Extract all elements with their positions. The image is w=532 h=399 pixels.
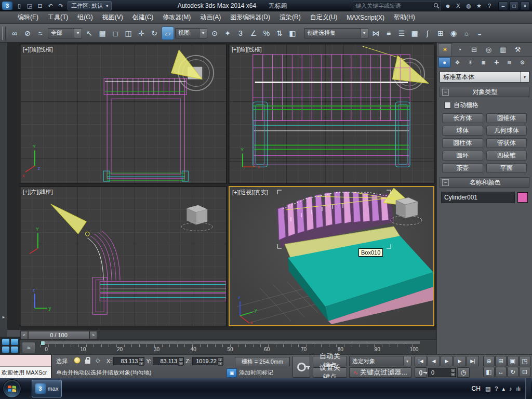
- previous-frame-nudge[interactable]: <: [20, 331, 28, 339]
- primitive-button[interactable]: 圆柱体: [442, 138, 483, 148]
- edit-named-selection-sets-icon[interactable]: ◧: [286, 26, 299, 40]
- time-tag-icon[interactable]: ▣: [227, 368, 237, 378]
- material-editor-icon[interactable]: ◉: [447, 26, 460, 40]
- use-pivot-point-center-icon[interactable]: ⊙: [208, 26, 221, 40]
- object-color-swatch[interactable]: [517, 192, 528, 203]
- reference-coordinate-dropdown[interactable]: 视图▾: [175, 28, 207, 38]
- render-setup-icon[interactable]: ☼: [460, 26, 473, 40]
- network-icon[interactable]: ılı: [516, 385, 521, 392]
- space-warps-category-icon[interactable]: ≋: [503, 57, 515, 68]
- toolbar-grip[interactable]: [2, 26, 6, 40]
- snaps-toggle-icon[interactable]: 3: [234, 26, 247, 40]
- search-icon[interactable]: [432, 2, 441, 9]
- viewport-left[interactable]: [+][左][线框] Y: [20, 186, 227, 326]
- sign-in-icon[interactable]: ☻: [443, 2, 453, 10]
- start-button[interactable]: [3, 379, 21, 398]
- menu-item[interactable]: 工具(T): [44, 11, 72, 23]
- next-frame-button[interactable]: ▶: [454, 356, 466, 366]
- save-file-icon[interactable]: ⊟: [35, 2, 45, 10]
- schematic-view-icon[interactable]: ⊞: [434, 26, 447, 40]
- object-type-rollout[interactable]: − 对象类型: [440, 87, 529, 97]
- create-tab-icon[interactable]: ✶: [438, 43, 452, 56]
- primitive-button[interactable]: 长方体: [442, 113, 483, 123]
- taskbar-3dsmax-button[interactable]: 3 max: [32, 380, 62, 397]
- primitive-button[interactable]: 管状体: [486, 138, 527, 148]
- viewport-front-label[interactable]: [+][前][线框]: [232, 46, 262, 54]
- mirror-icon[interactable]: ⋈: [369, 26, 382, 40]
- show-hidden-icons[interactable]: ▴: [502, 385, 505, 392]
- menu-item[interactable]: 创建(C): [128, 11, 158, 23]
- primitive-button[interactable]: 四棱锥: [486, 151, 527, 161]
- volume-icon[interactable]: ♪: [509, 385, 512, 392]
- new-scene-icon[interactable]: ▯: [15, 2, 24, 10]
- zoom-all-icon[interactable]: ⊞: [495, 356, 507, 366]
- spinner-snap-toggle-icon[interactable]: ⇅: [273, 26, 286, 40]
- menu-item[interactable]: 视图(V): [98, 11, 127, 23]
- viewport-perspective[interactable]: [+][透视][真实]: [229, 186, 434, 326]
- percent-snap-toggle-icon[interactable]: %: [260, 26, 273, 40]
- menu-item[interactable]: 动画(A): [196, 11, 225, 23]
- angle-snap-toggle-icon[interactable]: ∠: [247, 26, 260, 40]
- layer-manager-icon[interactable]: ☰: [395, 26, 408, 40]
- bind-to-space-warp-icon[interactable]: ≈: [34, 26, 47, 40]
- application-menu-button[interactable]: 3: [2, 2, 12, 10]
- time-configuration-button[interactable]: ◷: [457, 367, 470, 378]
- maximize-button[interactable]: □: [509, 2, 519, 10]
- go-to-start-button[interactable]: |◀: [415, 356, 427, 366]
- motion-tab-icon[interactable]: ◎: [482, 43, 496, 56]
- named-selection-sets-combo[interactable]: 创建选择集▾: [304, 28, 368, 38]
- lights-category-icon[interactable]: ☀: [464, 57, 476, 68]
- autogrid-checkbox[interactable]: [444, 102, 451, 109]
- zoom-region-icon[interactable]: ◧: [483, 367, 495, 377]
- graphite-ribbon-icon[interactable]: ▦: [408, 26, 421, 40]
- redo-icon[interactable]: ↷: [56, 2, 65, 10]
- helpers-category-icon[interactable]: ✚: [490, 57, 502, 68]
- unlink-selection-icon[interactable]: ⊘: [21, 26, 34, 40]
- help-icon[interactable]: ?: [485, 2, 494, 10]
- menu-item[interactable]: 编辑(E): [14, 11, 43, 23]
- favorites-icon[interactable]: ★: [474, 2, 484, 10]
- x-spinner[interactable]: ▴▾: [139, 357, 144, 365]
- x-coordinate-field[interactable]: 83.113 ▴▾: [113, 357, 144, 365]
- next-frame-nudge[interactable]: >: [89, 331, 97, 339]
- z-coordinate-field[interactable]: 1019.22 ▴▾: [192, 357, 223, 365]
- primitive-button[interactable]: 圆环: [442, 151, 483, 161]
- modify-tab-icon[interactable]: ◔: [453, 43, 467, 56]
- exchange-apps-icon[interactable]: X: [454, 2, 463, 10]
- primitive-category-dropdown[interactable]: 标准基本体 ▾: [440, 71, 529, 83]
- collapse-icon[interactable]: −: [442, 179, 449, 186]
- menu-item[interactable]: 渲染(R): [275, 11, 305, 23]
- menu-item[interactable]: 自定义(U): [306, 11, 342, 23]
- pan-view-icon[interactable]: ↔: [495, 367, 507, 377]
- undo-icon[interactable]: ↶: [46, 2, 55, 10]
- expand-left-panel-arrow[interactable]: ▸: [1, 312, 7, 322]
- play-animation-button[interactable]: ▶: [441, 356, 453, 366]
- orbit-icon[interactable]: ↻: [507, 367, 518, 377]
- select-object-icon[interactable]: ↖: [83, 26, 96, 40]
- current-frame-field[interactable]: 0 ▴▾: [428, 368, 456, 377]
- maximize-viewport-toggle-icon[interactable]: ⊡: [519, 367, 530, 377]
- y-spinner[interactable]: ▴▾: [178, 357, 183, 365]
- selected-filter-dropdown[interactable]: 选定对象▾: [349, 356, 411, 366]
- select-and-scale-icon[interactable]: ▱: [162, 26, 174, 40]
- viewport-top[interactable]: [+][顶][线框] Y x z: [20, 44, 227, 184]
- menu-item[interactable]: 帮助(H): [390, 11, 419, 23]
- menu-item[interactable]: MAXScript(X): [342, 12, 389, 23]
- menu-item[interactable]: 修改器(M): [158, 11, 195, 23]
- curve-editor-icon[interactable]: ∫: [421, 26, 434, 40]
- render-production-icon[interactable]: ◒: [473, 26, 486, 40]
- tray-help-icon[interactable]: ?: [495, 385, 498, 392]
- mini-curve-editor-icon[interactable]: ≈: [22, 342, 35, 353]
- primitive-button[interactable]: 茶壶: [442, 163, 483, 173]
- key-mode-toggle-button[interactable]: [415, 367, 427, 378]
- select-and-link-icon[interactable]: ∞: [8, 26, 21, 40]
- set-key-mode-button[interactable]: [292, 356, 310, 378]
- selection-filter-dropdown[interactable]: 全部▾: [48, 28, 82, 38]
- search-input[interactable]: [353, 3, 432, 9]
- isolate-selection-icon[interactable]: [74, 357, 81, 364]
- viewport-top-label[interactable]: [+][顶][线框]: [23, 46, 53, 54]
- y-coordinate-field[interactable]: 83.113 ▴▾: [153, 357, 184, 365]
- zoom-extents-icon[interactable]: ▣: [507, 356, 518, 366]
- show-desktop-button[interactable]: [525, 378, 531, 399]
- primitive-button[interactable]: 球体: [442, 126, 483, 136]
